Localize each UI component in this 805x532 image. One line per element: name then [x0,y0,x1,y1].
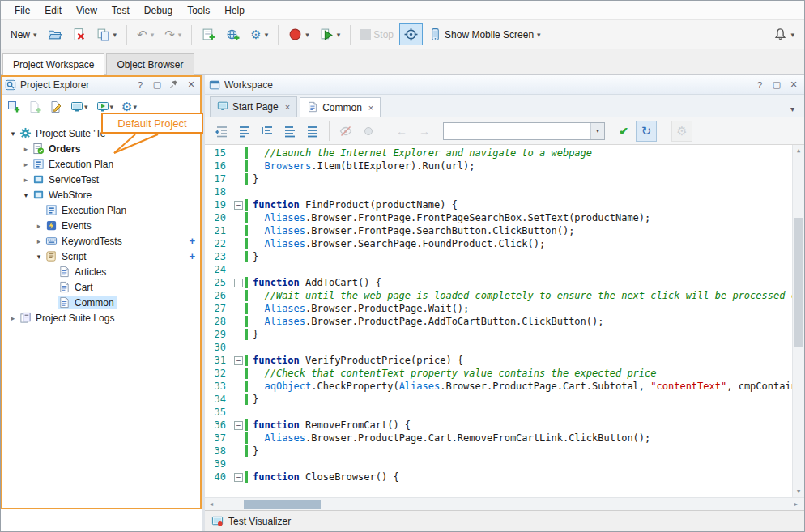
add-project-button[interactable] [4,97,23,117]
scroll-down-icon[interactable]: ▼ [793,486,804,497]
horizontal-scroll-thumb[interactable] [244,500,321,509]
format-indent-button[interactable] [257,121,278,142]
code-line-17[interactable]: 17} [205,172,792,185]
tree-item-events[interactable]: ▸Events [1,218,202,233]
tree-item-execution-plan[interactable]: ▸Execution Plan [1,156,202,172]
editor-tab-start-page[interactable]: Start Page× [210,96,297,117]
scroll-left-icon[interactable]: ◄ [205,501,218,507]
menu-test[interactable]: Test [104,1,137,19]
code-line-27[interactable]: 27 Aliases.Browser.ProductPage.Wait(); [205,302,792,315]
tab-list-dropdown-icon[interactable]: ▾ [784,101,801,117]
project-options-button[interactable]: ⚙ ▾ [245,23,273,45]
close-panel-button[interactable]: ✕ [185,79,198,90]
record-button[interactable]: ▾ [283,23,314,45]
expand-arrow-icon[interactable]: ▾ [33,253,45,261]
navigate-forward-button[interactable]: → [414,121,435,142]
menu-view[interactable]: View [69,1,104,19]
code-line-40[interactable]: 40−function CloseBrowser() { [205,470,792,483]
edit-item-button[interactable] [46,97,66,117]
code-line-29[interactable]: 29} [205,328,792,341]
code-line-20[interactable]: 20 Aliases.Browser.FrontPage.FrontPageSe… [205,211,792,224]
horizontal-scrollbar[interactable]: ◄ ► [205,497,804,510]
float-button[interactable]: ▢ [770,79,783,90]
tab-project-workspace[interactable]: Project Workspace [2,53,104,75]
format-align-justify-button[interactable] [302,121,323,142]
add-item-button[interactable] [25,97,45,117]
expand-arrow-icon[interactable]: ▸ [20,160,32,168]
fold-marker[interactable]: − [232,470,245,483]
fold-marker[interactable]: − [232,354,245,367]
navigation-combobox[interactable]: ▾ [443,122,605,140]
menu-help[interactable]: Help [217,1,252,19]
code-line-23[interactable]: 23} [205,250,792,263]
close-file-button[interactable] [67,23,91,45]
syntax-check-button[interactable]: ✔ [613,121,634,142]
scroll-up-icon[interactable]: ▲ [793,145,804,156]
code-line-36[interactable]: 36−function RemoveFromCart() { [205,419,792,432]
toggle-visibility-button[interactable] [335,121,356,142]
open-button[interactable] [43,23,66,45]
expand-arrow-icon[interactable]: ▸ [33,222,45,230]
scroll-right-icon[interactable]: ► [790,501,803,507]
code-line-38[interactable]: 38} [205,445,792,458]
test-visualizer-toggle-button[interactable] [399,23,423,45]
vertical-scroll-thumb[interactable] [794,218,803,347]
expand-arrow-icon[interactable]: ▾ [20,191,32,199]
code-line-15[interactable]: 15 //Launch the Internet Explorer and na… [205,147,792,160]
editor-tab-common[interactable]: Common× [300,97,381,117]
tree-item-orders[interactable]: ▸Orders [1,141,202,156]
tree-item-cart[interactable]: Cart [1,279,202,295]
tree-item-execution-plan[interactable]: Execution Plan [1,202,202,218]
tree-item-project-suite-logs[interactable]: ▸Project Suite Logs [1,310,202,326]
menu-tools[interactable]: Tools [180,1,217,19]
code-line-22[interactable]: 22 Aliases.Browser.SearchPage.FoundProdu… [205,237,792,250]
add-child-icon[interactable]: + [189,250,195,262]
tree-item-keywordtests[interactable]: ▸KeywordTests+ [1,233,202,249]
menu-debug[interactable]: Debug [137,1,180,19]
code-line-21[interactable]: 21 Aliases.Browser.FrontPage.SearchButto… [205,224,792,237]
new-button[interactable]: New ▾ [6,23,42,45]
breakpoints-button[interactable] [358,121,379,142]
save-all-button[interactable]: ▾ [92,23,122,45]
combobox-dropdown-icon[interactable]: ▾ [590,123,604,139]
expand-arrow-icon[interactable]: ▸ [33,237,45,245]
outdent-icon-button[interactable] [211,121,232,142]
fold-marker[interactable]: − [232,198,245,211]
fold-marker[interactable]: − [232,276,245,289]
add-child-icon[interactable]: + [189,235,195,247]
stop-button[interactable]: Stop [356,23,398,45]
show-mobile-screen-button[interactable]: Show Mobile Screen ▾ [424,23,546,45]
navigate-back-button[interactable]: ← [391,121,412,142]
menu-file[interactable]: File [7,1,37,19]
auto-sync-button[interactable]: ↻ [636,121,657,142]
close-panel-button[interactable]: ✕ [787,79,800,90]
code-line-34[interactable]: 34} [205,393,792,406]
code-line-37[interactable]: 37 Aliases.Browser.ProductPage.Cart.Remo… [205,432,792,445]
tab-object-browser[interactable]: Object Browser [106,53,194,75]
close-tab-icon[interactable]: × [368,103,373,113]
notifications-button[interactable]: ▾ [769,23,799,45]
add-web-item-button[interactable] [221,23,245,45]
expand-arrow-icon[interactable]: ▸ [20,176,32,184]
code-editor[interactable]: 15 //Launch the Internet Explorer and na… [205,145,804,497]
tree-item-common[interactable]: Common [1,295,202,310]
help-button[interactable]: ? [134,80,147,90]
menu-edit[interactable]: Edit [37,1,69,19]
redo-button[interactable]: ↷ ▾ [160,23,186,45]
code-line-24[interactable]: 24 [205,263,792,276]
code-line-18[interactable]: 18 [205,185,792,198]
code-line-35[interactable]: 35 [205,406,792,419]
tree-item-articles[interactable]: Articles [1,264,202,279]
code-line-30[interactable]: 30 [205,341,792,354]
code-line-32[interactable]: 32 //Check that contentText property val… [205,367,792,380]
format-block-button[interactable] [234,121,255,142]
format-align-left-button[interactable] [279,121,300,142]
add-new-item-button[interactable] [197,23,220,45]
test-visualizer-bar[interactable]: Test Visualizer [205,510,804,531]
code-line-33[interactable]: 33 aqObject.CheckProperty(Aliases.Browse… [205,380,792,393]
float-button[interactable]: ▢ [151,79,164,90]
run-button[interactable]: ▾ [315,23,346,45]
expand-arrow-icon[interactable]: ▸ [20,145,32,153]
expand-arrow-icon[interactable]: ▾ [7,130,19,138]
close-tab-icon[interactable]: × [285,102,290,112]
